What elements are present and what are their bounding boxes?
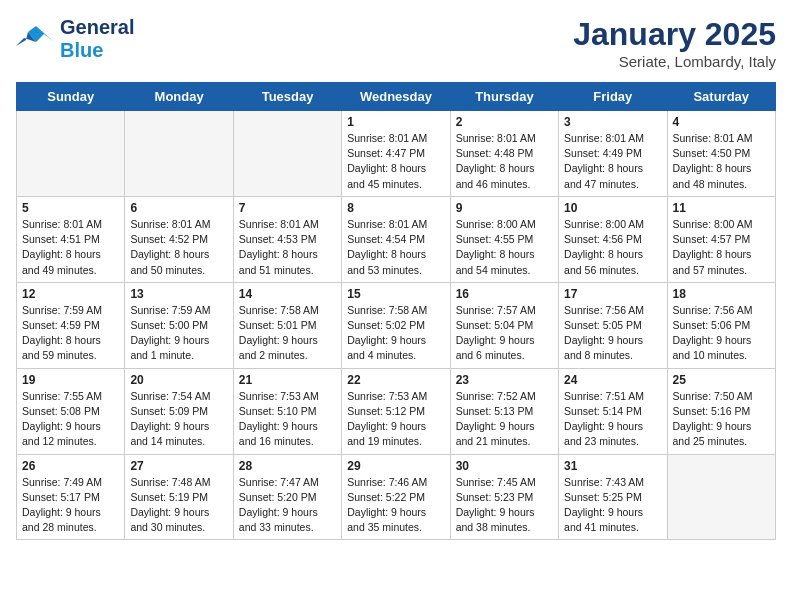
day-info: Sunrise: 7:55 AM Sunset: 5:08 PM Dayligh…	[22, 389, 119, 450]
calendar-day-cell: 23Sunrise: 7:52 AM Sunset: 5:13 PM Dayli…	[450, 368, 558, 454]
day-number: 16	[456, 287, 553, 301]
day-info: Sunrise: 7:53 AM Sunset: 5:10 PM Dayligh…	[239, 389, 336, 450]
day-number: 31	[564, 459, 661, 473]
calendar-week-row: 5Sunrise: 8:01 AM Sunset: 4:51 PM Daylig…	[17, 196, 776, 282]
day-number: 10	[564, 201, 661, 215]
calendar-day-cell: 11Sunrise: 8:00 AM Sunset: 4:57 PM Dayli…	[667, 196, 775, 282]
calendar-week-row: 19Sunrise: 7:55 AM Sunset: 5:08 PM Dayli…	[17, 368, 776, 454]
day-info: Sunrise: 8:01 AM Sunset: 4:52 PM Dayligh…	[130, 217, 227, 278]
calendar-day-cell: 8Sunrise: 8:01 AM Sunset: 4:54 PM Daylig…	[342, 196, 450, 282]
day-info: Sunrise: 8:01 AM Sunset: 4:48 PM Dayligh…	[456, 131, 553, 192]
day-number: 15	[347, 287, 444, 301]
day-info: Sunrise: 7:59 AM Sunset: 4:59 PM Dayligh…	[22, 303, 119, 364]
day-number: 21	[239, 373, 336, 387]
day-info: Sunrise: 8:01 AM Sunset: 4:49 PM Dayligh…	[564, 131, 661, 192]
day-number: 4	[673, 115, 770, 129]
calendar-day-cell: 15Sunrise: 7:58 AM Sunset: 5:02 PM Dayli…	[342, 282, 450, 368]
calendar-day-cell: 12Sunrise: 7:59 AM Sunset: 4:59 PM Dayli…	[17, 282, 125, 368]
day-number: 7	[239, 201, 336, 215]
day-info: Sunrise: 7:49 AM Sunset: 5:17 PM Dayligh…	[22, 475, 119, 536]
day-of-week-header: Monday	[125, 83, 233, 111]
logo-text-block: General Blue	[60, 16, 134, 62]
day-info: Sunrise: 7:58 AM Sunset: 5:02 PM Dayligh…	[347, 303, 444, 364]
day-info: Sunrise: 7:47 AM Sunset: 5:20 PM Dayligh…	[239, 475, 336, 536]
day-of-week-header: Tuesday	[233, 83, 341, 111]
day-info: Sunrise: 7:48 AM Sunset: 5:19 PM Dayligh…	[130, 475, 227, 536]
day-number: 26	[22, 459, 119, 473]
day-info: Sunrise: 7:52 AM Sunset: 5:13 PM Dayligh…	[456, 389, 553, 450]
calendar-day-cell: 26Sunrise: 7:49 AM Sunset: 5:17 PM Dayli…	[17, 454, 125, 540]
calendar-day-cell: 18Sunrise: 7:56 AM Sunset: 5:06 PM Dayli…	[667, 282, 775, 368]
calendar-day-cell: 5Sunrise: 8:01 AM Sunset: 4:51 PM Daylig…	[17, 196, 125, 282]
page-subtitle: Seriate, Lombardy, Italy	[573, 53, 776, 70]
day-number: 28	[239, 459, 336, 473]
logo-general: General	[60, 16, 134, 39]
day-number: 22	[347, 373, 444, 387]
day-number: 2	[456, 115, 553, 129]
calendar-body: 1Sunrise: 8:01 AM Sunset: 4:47 PM Daylig…	[17, 111, 776, 540]
day-info: Sunrise: 8:01 AM Sunset: 4:51 PM Dayligh…	[22, 217, 119, 278]
day-info: Sunrise: 8:00 AM Sunset: 4:57 PM Dayligh…	[673, 217, 770, 278]
day-info: Sunrise: 7:45 AM Sunset: 5:23 PM Dayligh…	[456, 475, 553, 536]
calendar-day-cell: 28Sunrise: 7:47 AM Sunset: 5:20 PM Dayli…	[233, 454, 341, 540]
day-info: Sunrise: 7:54 AM Sunset: 5:09 PM Dayligh…	[130, 389, 227, 450]
day-info: Sunrise: 8:01 AM Sunset: 4:47 PM Dayligh…	[347, 131, 444, 192]
logo: General Blue	[16, 16, 134, 62]
logo-icon	[16, 24, 54, 54]
calendar-day-cell	[667, 454, 775, 540]
calendar-day-cell: 25Sunrise: 7:50 AM Sunset: 5:16 PM Dayli…	[667, 368, 775, 454]
calendar-day-cell: 17Sunrise: 7:56 AM Sunset: 5:05 PM Dayli…	[559, 282, 667, 368]
logo-blue: Blue	[60, 39, 103, 62]
page-header: General Blue January 2025 Seriate, Lomba…	[16, 16, 776, 70]
calendar-day-cell: 6Sunrise: 8:01 AM Sunset: 4:52 PM Daylig…	[125, 196, 233, 282]
day-of-week-header: Sunday	[17, 83, 125, 111]
calendar-day-cell: 24Sunrise: 7:51 AM Sunset: 5:14 PM Dayli…	[559, 368, 667, 454]
calendar-day-cell	[125, 111, 233, 197]
calendar-week-row: 12Sunrise: 7:59 AM Sunset: 4:59 PM Dayli…	[17, 282, 776, 368]
calendar-day-cell	[233, 111, 341, 197]
calendar-day-cell: 19Sunrise: 7:55 AM Sunset: 5:08 PM Dayli…	[17, 368, 125, 454]
day-info: Sunrise: 7:56 AM Sunset: 5:05 PM Dayligh…	[564, 303, 661, 364]
day-info: Sunrise: 7:50 AM Sunset: 5:16 PM Dayligh…	[673, 389, 770, 450]
day-info: Sunrise: 7:59 AM Sunset: 5:00 PM Dayligh…	[130, 303, 227, 364]
calendar-day-cell: 20Sunrise: 7:54 AM Sunset: 5:09 PM Dayli…	[125, 368, 233, 454]
calendar-day-cell: 7Sunrise: 8:01 AM Sunset: 4:53 PM Daylig…	[233, 196, 341, 282]
day-number: 3	[564, 115, 661, 129]
calendar-day-cell: 10Sunrise: 8:00 AM Sunset: 4:56 PM Dayli…	[559, 196, 667, 282]
day-number: 1	[347, 115, 444, 129]
day-info: Sunrise: 7:58 AM Sunset: 5:01 PM Dayligh…	[239, 303, 336, 364]
day-number: 8	[347, 201, 444, 215]
calendar-day-cell: 30Sunrise: 7:45 AM Sunset: 5:23 PM Dayli…	[450, 454, 558, 540]
day-number: 9	[456, 201, 553, 215]
calendar-day-cell: 2Sunrise: 8:01 AM Sunset: 4:48 PM Daylig…	[450, 111, 558, 197]
calendar-week-row: 26Sunrise: 7:49 AM Sunset: 5:17 PM Dayli…	[17, 454, 776, 540]
calendar-day-cell: 9Sunrise: 8:00 AM Sunset: 4:55 PM Daylig…	[450, 196, 558, 282]
calendar-day-cell: 29Sunrise: 7:46 AM Sunset: 5:22 PM Dayli…	[342, 454, 450, 540]
day-number: 27	[130, 459, 227, 473]
calendar-day-cell: 1Sunrise: 8:01 AM Sunset: 4:47 PM Daylig…	[342, 111, 450, 197]
day-number: 20	[130, 373, 227, 387]
day-number: 23	[456, 373, 553, 387]
day-number: 13	[130, 287, 227, 301]
calendar-day-cell: 22Sunrise: 7:53 AM Sunset: 5:12 PM Dayli…	[342, 368, 450, 454]
calendar-day-cell	[17, 111, 125, 197]
calendar-day-cell: 27Sunrise: 7:48 AM Sunset: 5:19 PM Dayli…	[125, 454, 233, 540]
day-info: Sunrise: 7:51 AM Sunset: 5:14 PM Dayligh…	[564, 389, 661, 450]
day-info: Sunrise: 8:01 AM Sunset: 4:54 PM Dayligh…	[347, 217, 444, 278]
day-number: 11	[673, 201, 770, 215]
title-block: January 2025 Seriate, Lombardy, Italy	[573, 16, 776, 70]
day-info: Sunrise: 8:00 AM Sunset: 4:55 PM Dayligh…	[456, 217, 553, 278]
calendar-day-cell: 31Sunrise: 7:43 AM Sunset: 5:25 PM Dayli…	[559, 454, 667, 540]
day-number: 29	[347, 459, 444, 473]
calendar-day-cell: 21Sunrise: 7:53 AM Sunset: 5:10 PM Dayli…	[233, 368, 341, 454]
day-number: 14	[239, 287, 336, 301]
calendar-header: SundayMondayTuesdayWednesdayThursdayFrid…	[17, 83, 776, 111]
day-of-week-header: Thursday	[450, 83, 558, 111]
calendar-day-cell: 16Sunrise: 7:57 AM Sunset: 5:04 PM Dayli…	[450, 282, 558, 368]
calendar-table: SundayMondayTuesdayWednesdayThursdayFrid…	[16, 82, 776, 540]
day-number: 24	[564, 373, 661, 387]
day-of-week-header: Saturday	[667, 83, 775, 111]
day-info: Sunrise: 7:43 AM Sunset: 5:25 PM Dayligh…	[564, 475, 661, 536]
calendar-day-cell: 3Sunrise: 8:01 AM Sunset: 4:49 PM Daylig…	[559, 111, 667, 197]
day-info: Sunrise: 8:01 AM Sunset: 4:53 PM Dayligh…	[239, 217, 336, 278]
